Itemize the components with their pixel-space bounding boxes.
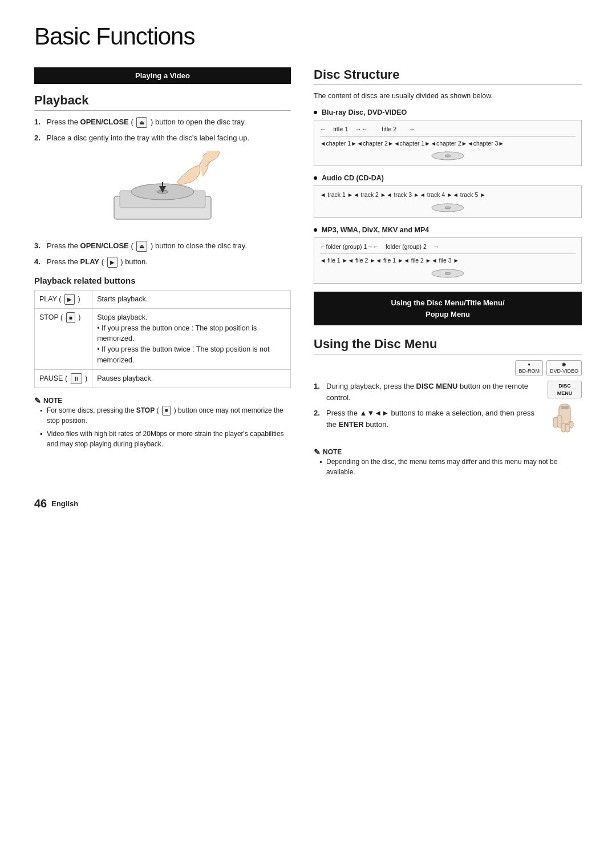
audiocd-disc-img	[320, 203, 576, 214]
audiocd-row1: ◄ track 1 ►◄ track 2 ►◄ track 3 ►◄ track…	[320, 189, 576, 200]
disc-menu-note-label: NOTE	[323, 448, 342, 456]
bluray-row2: ◄chapter 1►◄chapter 2►◄chapter 1►◄chapte…	[320, 136, 576, 149]
svg-rect-13	[561, 406, 569, 409]
bd-rom-icon: ●	[518, 362, 540, 368]
pause-button-cell: PAUSE ( ⏸ )	[35, 369, 92, 388]
svg-rect-18	[569, 421, 573, 428]
disc-menu-steps-container: 1. During playback, press the DISC MENU …	[314, 381, 542, 443]
dvd-video-badge: ◉ DVD-VIDEO	[546, 360, 582, 376]
step-4-text: Press the PLAY ( ▶ ) button.	[47, 256, 148, 268]
disc-tray-svg	[103, 151, 222, 231]
disc-menu-header-line2: Popup Menu	[425, 310, 470, 318]
disc-menu-note-title: ✎ NOTE	[314, 447, 582, 457]
step-3-num: 3.	[34, 240, 43, 252]
disc-menu-step-1-text: During playback, press the DISC MENU but…	[326, 381, 542, 403]
left-column: Playing a Video Playback 1. Press the OP…	[34, 67, 291, 480]
play-button-cell: PLAY ( ▶ )	[35, 290, 92, 308]
step-2: 2. Place a disc gently into the tray wit…	[34, 132, 291, 144]
playback-steps: 1. Press the OPEN/CLOSE ( ⏏ ) button to …	[34, 116, 291, 144]
disc-menu-step-list: 1. During playback, press the DISC MENU …	[314, 381, 542, 430]
note-list: For some discs, pressing the STOP ( ■ ) …	[34, 405, 291, 450]
mp3-row2: ◄ file 1 ►◄ file 2 ►◄ file 1 ►◄ file 2 ►…	[320, 253, 576, 266]
step-1: 1. Press the OPEN/CLOSE ( ⏏ ) button to …	[34, 116, 291, 128]
disc-menu-note-section: ✎ NOTE Depending on the disc, the menu i…	[314, 447, 582, 477]
right-column: Disc Structure The content of discs are …	[314, 67, 582, 480]
note-label: NOTE	[43, 397, 62, 405]
stop-note-icon: ■	[162, 406, 171, 416]
step-1-num: 1.	[34, 116, 43, 128]
bullet-dot-1	[314, 111, 317, 114]
disc-menu-step-1: 1. During playback, press the DISC MENU …	[314, 381, 542, 403]
mp3-folders: ←folder (group) 1→← folder (group) 2 →	[320, 241, 439, 252]
disc-menu-note-item-1: Depending on the disc, the menu items ma…	[319, 457, 582, 477]
svg-point-3	[157, 190, 168, 193]
stop-description: Stops playback. • If you press the butto…	[92, 308, 291, 369]
page-footer: 46 English	[34, 497, 582, 510]
table-row-play: PLAY ( ▶ ) Starts playback.	[35, 290, 291, 308]
svg-point-9	[445, 207, 451, 209]
bluray-disc-img	[320, 151, 576, 162]
play-btn-icon: ▶	[64, 294, 75, 305]
disc-structure-title: Disc Structure	[314, 67, 582, 85]
bullet-dot-3	[314, 228, 317, 232]
mp3-row1: ←folder (group) 1→← folder (group) 2 →	[320, 241, 576, 252]
step-3-text: Press the OPEN/CLOSE ( ⏏ ) button to clo…	[47, 240, 247, 252]
dvd-video-label: DVD-VIDEO	[550, 368, 578, 375]
pause-description: Pauses playback.	[92, 369, 291, 388]
remote-badges: ● BD-ROM ◉ DVD-VIDEO	[314, 360, 582, 376]
dvd-icon: ◉	[550, 362, 578, 368]
mp3-diagram: ←folder (group) 1→← folder (group) 2 → ◄…	[314, 237, 582, 284]
step-1-text: Press the OPEN/CLOSE ( ⏏ ) button to ope…	[47, 116, 246, 128]
disc-menu-note-pencil-icon: ✎	[314, 447, 321, 457]
mp3-label-text: MP3, WMA, DivX, MKV and MP4	[322, 226, 429, 234]
disc-menu-note-list: Depending on the disc, the menu items ma…	[314, 457, 582, 477]
play-description: Starts playback.	[92, 290, 291, 308]
disc-tray-illustration	[34, 151, 291, 232]
page-lang: English	[51, 499, 78, 508]
disc-menu-header: Using the Disc Menu/Title Menu/ Popup Me…	[314, 292, 582, 325]
pause-btn-icon: ⏸	[71, 373, 82, 384]
stop-btn-icon: ■	[66, 312, 75, 323]
disc-menu-step-2-num: 2.	[314, 408, 323, 430]
table-row-stop: STOP ( ■ ) Stops playback. • If you pres…	[35, 308, 291, 369]
stop-desc-bullet1: • If you press the button once : The sto…	[97, 324, 257, 343]
disc-menu-step-2: 2. Press the ▲▼◄► buttons to make a sele…	[314, 408, 542, 430]
bluray-label: Blu-ray Disc, DVD-VIDEO	[314, 108, 582, 116]
bd-rom-label: BD-ROM	[518, 368, 540, 375]
open-close-icon-2: ⏏	[136, 241, 147, 252]
svg-point-11	[445, 272, 451, 275]
step-3: 3. Press the OPEN/CLOSE ( ⏏ ) button to …	[34, 240, 291, 252]
remote-hand-svg	[550, 401, 579, 441]
mp3-label: MP3, WMA, DivX, MKV and MP4	[314, 226, 582, 234]
step-2-text: Place a disc gently into the tray with t…	[47, 132, 249, 144]
playback-table: PLAY ( ▶ ) Starts playback. STOP ( ■ ) S…	[34, 290, 291, 388]
open-close-icon-1: ⏏	[136, 117, 147, 128]
br-chapters: ◄chapter 1►◄chapter 2►◄chapter 1►◄chapte…	[320, 138, 504, 149]
step-4-num: 4.	[34, 256, 43, 268]
using-disc-menu-section: Using the Disc Menu ● BD-ROM ◉ DVD-VIDEO	[314, 337, 582, 477]
note-pencil-icon: ✎	[34, 396, 41, 405]
bluray-row1: ← title 1 →← title 2 →	[320, 124, 576, 135]
cd-tracks: ◄ track 1 ►◄ track 2 ►◄ track 3 ►◄ track…	[320, 189, 486, 200]
playing-a-video-header: Playing a Video	[34, 67, 291, 84]
bluray-diagram: ← title 1 →← title 2 → ◄chapter 1►◄chapt…	[314, 120, 582, 167]
stop-desc-bullet2: • If you press the button twice : The st…	[97, 345, 269, 364]
play-icon: ▶	[107, 257, 117, 268]
disc-menu-button-label: DISC MENU	[548, 381, 582, 398]
playback-title: Playback	[34, 93, 291, 111]
playback-related-title: Playback related buttons	[34, 276, 291, 285]
playback-steps-3-4: 3. Press the OPEN/CLOSE ( ⏏ ) button to …	[34, 240, 291, 268]
bullet-dot-2	[314, 176, 317, 180]
note-section: ✎ NOTE For some discs, pressing the STOP…	[34, 396, 291, 450]
br-title1: ← title 1 →← title 2 →	[320, 124, 415, 135]
disc-menu-content: 1. During playback, press the DISC MENU …	[314, 381, 582, 443]
page-number: 46	[34, 497, 47, 510]
using-disc-menu-title: Using the Disc Menu	[314, 337, 582, 354]
page-title: Basic Functions	[34, 23, 582, 50]
svg-point-7	[445, 155, 451, 157]
table-row-pause: PAUSE ( ⏸ ) Pauses playback.	[35, 369, 291, 388]
disc-menu-step-1-num: 1.	[314, 381, 323, 403]
audiocd-label-text: Audio CD (CD-DA)	[322, 174, 384, 182]
bd-rom-badge: ● BD-ROM	[515, 360, 543, 376]
note-title: ✎ NOTE	[34, 396, 291, 405]
